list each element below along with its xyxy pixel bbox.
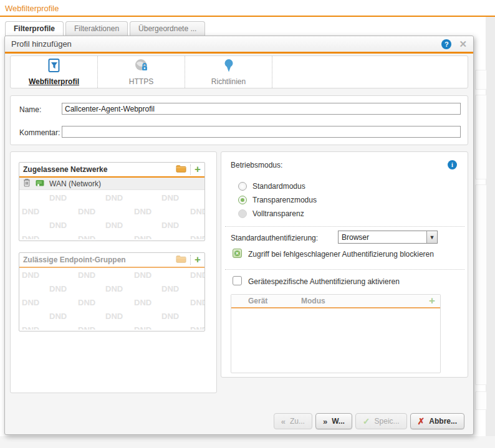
- radio-label: Standardmodus: [252, 182, 305, 191]
- wizard-steps: Webfilterprofil HTTPS Richtlinien: [10, 55, 468, 88]
- allowed-networks-panel: Zugelassene Netzwerke + WAN (Network): [19, 162, 205, 241]
- column-header-modus: Modus: [301, 297, 376, 305]
- radio-volltransparenz[interactable]: Volltransparenz: [238, 209, 304, 219]
- tab-filterprofile[interactable]: Filterprofile: [5, 21, 64, 36]
- dnd-tile: DND: [49, 284, 67, 293]
- default-auth-label: Standardauthentifizierung:: [231, 234, 318, 242]
- checkbox-label: Gerätespezifische Authentifizierung akti…: [248, 277, 400, 286]
- help-icon[interactable]: ?: [441, 39, 451, 49]
- info-icon[interactable]: i: [448, 160, 457, 169]
- dnd-tile: DND: [161, 284, 179, 293]
- dnd-tile: DND: [22, 298, 39, 307]
- comment-input[interactable]: [62, 126, 461, 138]
- radio-icon-selected: [238, 196, 247, 204]
- dnd-tile: DND: [105, 193, 123, 203]
- trash-icon[interactable]: [23, 178, 31, 189]
- dnd-tile: DND: [49, 312, 67, 321]
- radio-icon-disabled: [238, 209, 247, 218]
- radio-label: Transparenzmodus: [252, 196, 317, 204]
- check-icon: ✓: [363, 416, 370, 426]
- back-button[interactable]: « Zu...: [274, 413, 312, 429]
- radio-standardmodus[interactable]: Standardmodus: [238, 181, 305, 191]
- add-device-icon[interactable]: +: [429, 296, 435, 306]
- tab-bar: Filterprofile Filteraktionen Übergeordne…: [5, 21, 205, 36]
- panel-title: Zulässige Endpoint-Gruppen: [23, 255, 176, 264]
- dnd-watermark: DNDDNDDNDDNDDNDDNDDNDDNDDNDDNDDNDDNDDNDD…: [19, 191, 204, 239]
- radio-icon: [238, 182, 247, 191]
- tab-filteraktionen[interactable]: Filteraktionen: [65, 21, 128, 36]
- panel-title: Zugelassene Netzwerke: [23, 165, 176, 174]
- folder-icon[interactable]: [176, 254, 186, 265]
- dnd-tile: DND: [190, 207, 204, 216]
- save-button[interactable]: ✓ Speic...: [355, 413, 407, 429]
- dnd-tile: DND: [105, 312, 123, 321]
- network-row-label: WAN (Network): [49, 179, 101, 188]
- title-divider: [0, 16, 495, 17]
- dropdown-arrow-icon[interactable]: ▼: [426, 231, 437, 243]
- background-panel: [475, 70, 487, 90]
- cancel-button[interactable]: ✗ Abbre...: [410, 413, 464, 429]
- device-auth-checkbox[interactable]: [233, 276, 242, 285]
- dnd-tile: DND: [22, 234, 39, 239]
- dialog-footer: « Zu... » W... ✓ Speic... ✗ Abbre...: [274, 413, 464, 429]
- dnd-tile: DND: [22, 325, 39, 330]
- close-icon[interactable]: ✕: [459, 39, 467, 49]
- checkbox-label: Zugriff bei fehlgeschlagener Authentifiz…: [248, 250, 434, 259]
- add-endpoint-group-icon[interactable]: +: [195, 255, 201, 265]
- add-profile-dialog: Profil hinzufügen ? ✕ Webfilterprofil HT…: [4, 36, 474, 435]
- settings-column: Betriebsmodus: i Standardmodus Transpare…: [221, 151, 468, 378]
- background-panel: [475, 391, 487, 410]
- dnd-tile: DND: [78, 298, 95, 307]
- background-footer-area: [0, 436, 495, 448]
- step-label: Webfilterprofil: [29, 77, 79, 86]
- next-button[interactable]: » W...: [315, 413, 352, 429]
- dnd-tile: DND: [190, 298, 204, 307]
- endpoint-drop-area[interactable]: DNDDNDDNDDNDDNDDNDDNDDNDDNDDNDDNDDNDDNDD…: [19, 268, 204, 330]
- network-row-wan[interactable]: WAN (Network): [19, 178, 204, 190]
- dnd-tile: DND: [161, 221, 179, 230]
- dnd-tile: DND: [78, 270, 95, 280]
- dialog-title: Profil hinzufügen: [11, 39, 441, 49]
- tab-uebergeordnete[interactable]: Übergeordnete ...: [130, 21, 205, 36]
- dnd-tile: DND: [78, 207, 95, 216]
- dnd-tile: DND: [105, 221, 123, 230]
- add-network-icon[interactable]: +: [195, 164, 201, 174]
- background-panel: [475, 184, 487, 385]
- default-auth-select[interactable]: Browser ▼: [338, 231, 438, 244]
- dnd-tile: DND: [22, 270, 39, 280]
- dnd-watermark: DNDDNDDNDDNDDNDDNDDNDDNDDNDDNDDNDDNDDNDD…: [19, 268, 204, 330]
- page-title: Webfilterprofile: [5, 4, 59, 13]
- profile-form: Name: Kommentar:: [10, 95, 468, 145]
- dnd-tile: DND: [161, 312, 179, 321]
- sources-column: Zugelassene Netzwerke + WAN (Network): [10, 151, 217, 393]
- dnd-tile: DND: [78, 325, 95, 330]
- radio-transparenzmodus[interactable]: Transparenzmodus: [238, 195, 317, 205]
- selected-option: Browser: [339, 233, 426, 242]
- divider: [225, 269, 464, 270]
- step-https[interactable]: HTTPS: [98, 56, 185, 88]
- dnd-tile: DND: [134, 207, 151, 216]
- divider: [225, 226, 464, 227]
- button-label: W...: [332, 417, 345, 426]
- dnd-tile: DND: [105, 284, 123, 293]
- step-webfilterprofil[interactable]: Webfilterprofil: [11, 56, 98, 88]
- step-richtlinien[interactable]: Richtlinien: [185, 56, 272, 88]
- dnd-tile: DND: [78, 234, 95, 239]
- dnd-tile: DND: [134, 298, 151, 307]
- network-drop-area[interactable]: WAN (Network) DNDDNDDNDDNDDNDDNDDNDDNDDN…: [19, 178, 204, 239]
- panel-header: Zulässige Endpoint-Gruppen +: [19, 253, 204, 268]
- operation-mode-label: Betriebsmodus:: [231, 161, 282, 169]
- divider: [190, 255, 191, 265]
- comment-label: Kommentar:: [19, 128, 60, 137]
- globe-lock-icon: [134, 58, 149, 75]
- filter-document-icon: [47, 58, 62, 75]
- name-input[interactable]: [62, 103, 461, 115]
- dialog-accent-bar: [5, 52, 473, 54]
- dnd-tile: DND: [134, 234, 151, 239]
- x-icon: ✗: [418, 416, 425, 426]
- device-table: Gerät Modus +: [231, 294, 441, 373]
- folder-icon[interactable]: [176, 164, 186, 175]
- name-label: Name:: [19, 105, 41, 114]
- button-label: Speic...: [375, 417, 400, 426]
- block-on-auth-fail-checkbox[interactable]: [233, 249, 242, 258]
